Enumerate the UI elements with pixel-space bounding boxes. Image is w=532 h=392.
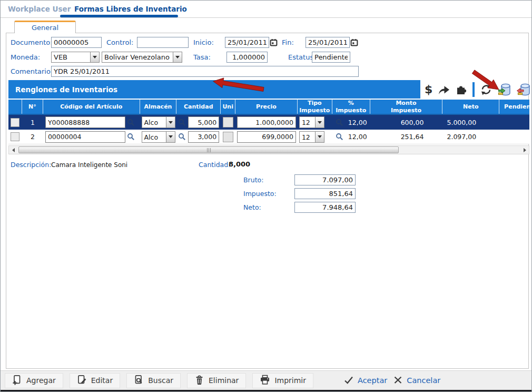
control-input[interactable]: [137, 37, 189, 48]
x-icon: [393, 376, 402, 386]
precio-input[interactable]: [237, 116, 296, 128]
uni-box[interactable]: [223, 117, 233, 128]
search-icon[interactable]: [127, 119, 135, 126]
buscar-button[interactable]: Buscar: [126, 373, 181, 388]
neto-value: 2.097,00: [442, 133, 499, 141]
editar-button[interactable]: Editar: [70, 373, 120, 388]
pendiente-value: [499, 130, 529, 144]
col-cantidad: Cantidad: [176, 100, 221, 114]
search-icon[interactable]: [178, 133, 186, 141]
moneda-code-select[interactable]: VEB: [51, 52, 100, 63]
inicio-calendar-icon[interactable]: [270, 38, 278, 46]
uni-box[interactable]: [223, 132, 233, 142]
col-num: N°: [22, 100, 43, 114]
moneda-label: Moneda:: [11, 53, 40, 61]
bruto-input[interactable]: [294, 174, 356, 185]
cantidad-total-value: 8,000: [229, 160, 250, 168]
estatus-input[interactable]: [312, 52, 350, 63]
cancelar-label: Cancelar: [407, 376, 440, 385]
fin-input[interactable]: [306, 37, 350, 48]
printer-icon: [260, 375, 270, 387]
search-icon[interactable]: [336, 119, 343, 126]
control-label: Control:: [106, 38, 133, 46]
aceptar-label: Aceptar: [358, 376, 387, 385]
table-row[interactable]: 2 Alco: [8, 130, 529, 144]
tab-general[interactable]: General: [14, 21, 76, 33]
row-selector[interactable]: [11, 118, 19, 127]
chevron-down-icon[interactable]: [166, 117, 175, 128]
refresh-icon[interactable]: [479, 83, 493, 96]
eliminar-button[interactable]: Eliminar: [187, 373, 246, 388]
chevron-down-icon[interactable]: [90, 52, 99, 62]
aceptar-button[interactable]: Aceptar: [344, 376, 387, 386]
row-number: 2: [22, 130, 43, 144]
col-neto: Neto: [442, 100, 499, 114]
toolbar-divider: [472, 82, 475, 97]
col-pendiente: Pendiente: [499, 100, 529, 114]
documento-input[interactable]: [51, 37, 102, 48]
tipo-impuesto-value: 12: [300, 117, 315, 128]
dollar-icon[interactable]: $: [425, 84, 432, 95]
tab-formas-libres-de-inventario[interactable]: Formas Libres de Inventario: [74, 5, 187, 13]
descripcion-label: Descripción:: [11, 161, 51, 169]
col-monto-impuesto: Monto Impuesto: [370, 100, 443, 114]
grid-header-row: N° Código del Artículo Almacén Cantidad …: [8, 100, 529, 115]
grid-section-title: Renglones de Inventarios: [15, 85, 117, 94]
comentario-input[interactable]: [51, 66, 359, 77]
edit-document-icon: [77, 375, 87, 387]
tasa-input[interactable]: [226, 52, 268, 63]
neto-input[interactable]: [294, 202, 356, 213]
search-icon[interactable]: [127, 133, 135, 141]
almacen-select[interactable]: Alco: [142, 116, 175, 128]
fin-calendar-icon[interactable]: [350, 38, 358, 46]
search-icon[interactable]: [336, 133, 343, 141]
codigo-input[interactable]: [45, 131, 125, 143]
row-selector[interactable]: [11, 132, 19, 141]
moneda-name-select[interactable]: Bolivar Venezolano: [102, 52, 182, 63]
scroll-left-icon[interactable]: [9, 146, 17, 154]
search-document-icon: [134, 375, 144, 387]
window-tabstrip: Workplace User Formas Libres de Inventar…: [1, 1, 531, 18]
add-document-icon: [12, 375, 22, 387]
database-export-icon[interactable]: [516, 83, 530, 97]
tipo-impuesto-select[interactable]: 12: [299, 116, 324, 128]
imprimir-button[interactable]: Imprimir: [252, 373, 313, 388]
chevron-down-icon[interactable]: [315, 117, 324, 128]
pct-impuesto-value: 12,00: [346, 119, 367, 126]
agregar-label: Agregar: [26, 376, 56, 385]
database-import-icon[interactable]: [498, 83, 511, 97]
chevron-down-icon[interactable]: [173, 52, 182, 62]
tipo-impuesto-select[interactable]: 12: [299, 131, 324, 143]
scroll-right-icon[interactable]: [520, 146, 529, 154]
grid-toolbar: $: [425, 81, 530, 98]
table-row[interactable]: 1 Alco: [8, 115, 529, 130]
almacen-select[interactable]: Alco: [142, 131, 175, 143]
inicio-input[interactable]: [225, 37, 269, 48]
cantidad-input[interactable]: [188, 131, 219, 143]
forward-arrow-icon[interactable]: [437, 84, 451, 95]
search-icon[interactable]: [178, 119, 186, 126]
fin-label: Fin:: [282, 38, 294, 46]
scrollbar-thumb[interactable]: [18, 146, 399, 153]
comentario-label: Comentario:: [11, 67, 53, 75]
row-number: 1: [22, 115, 43, 130]
window-bottom-edge: [1, 390, 531, 392]
col-codigo: Código del Artículo: [43, 100, 140, 114]
horizontal-scrollbar[interactable]: [8, 145, 529, 154]
tipo-impuesto-value: 12: [300, 132, 315, 142]
eliminar-label: Eliminar: [209, 376, 239, 385]
cantidad-input[interactable]: [188, 116, 219, 128]
col-tipo-impuesto: Tipo Impuesto: [298, 100, 332, 114]
chevron-down-icon[interactable]: [166, 132, 175, 142]
puzzle-icon[interactable]: [456, 84, 468, 96]
chevron-down-icon[interactable]: [315, 132, 324, 142]
codigo-input[interactable]: [45, 116, 125, 128]
impuesto-input[interactable]: [294, 188, 356, 199]
monto-impuesto-value: 600,00: [370, 119, 443, 126]
editar-label: Editar: [91, 376, 113, 385]
cancelar-button[interactable]: Cancelar: [393, 376, 440, 386]
agregar-button[interactable]: Agregar: [5, 373, 63, 388]
precio-input[interactable]: [237, 131, 296, 143]
tab-workplace-user[interactable]: Workplace User: [8, 5, 71, 13]
footer-toolbar: Agregar Editar Buscar Eliminar Imprimir …: [1, 370, 531, 390]
